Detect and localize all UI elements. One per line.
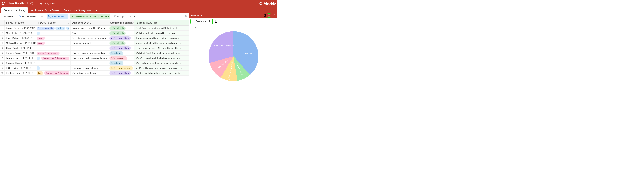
cell-other-security[interactable]: Have an existing home security syst… — [70, 51, 108, 55]
cell-survey-response[interactable]: Melissa Gonzalez–11-21-2016 — [5, 41, 37, 46]
table-row[interactable]: 9Edith Lindon–11-21-2016yEnterprise secu… — [0, 66, 189, 71]
app-header: User Feedback i Copy base Airtable — [0, 0, 278, 7]
views-button[interactable]: Views — [2, 14, 15, 19]
recommend-pill: 5. Very Likely — [109, 31, 126, 35]
col-favorite-features[interactable]: Favorite Features ⌄ — [37, 20, 70, 26]
cell-additional-notes[interactable]: Mobile app feels a little complex and un… — [134, 41, 189, 46]
extensions-title: Extensions — [191, 14, 202, 17]
col-other-security[interactable]: Other security tools? ⌄ — [70, 20, 108, 26]
cell-other-security[interactable]: Home security system — [70, 41, 108, 46]
tab-general-user-survey[interactable]: General User Survey — [2, 8, 28, 13]
table-row[interactable]: 10Reuben Ettore–11-21-2016dingConnection… — [0, 71, 189, 76]
table-row[interactable]: 5Clara Rotelli–11-21-20164. Somewhat lik… — [0, 46, 189, 51]
cell-other-security[interactable]: N/A — [70, 31, 108, 36]
cell-other-security[interactable]: Use a Ring video doorbell — [70, 71, 108, 75]
cell-recommend[interactable]: 2. Somewhat unlikely — [108, 66, 134, 70]
cell-recommend[interactable]: 3. Not sure — [108, 61, 134, 65]
cell-recommend[interactable]: 4. Somewhat likely — [108, 71, 134, 75]
tab-general-user-survey-copy[interactable]: General User Survey copy — [61, 8, 93, 13]
cell-favorite-features[interactable]: y — [37, 31, 70, 36]
cell-favorite-features[interactable] — [37, 61, 70, 65]
cell-survey-response[interactable]: Katrina Peterson–11-21-2016 — [5, 26, 37, 31]
base-title[interactable]: User Feedback — [8, 2, 29, 5]
cell-additional-notes[interactable]: Wanted this to be able to connect with m… — [134, 71, 189, 75]
cell-other-security[interactable] — [70, 46, 108, 51]
cell-survey-response[interactable]: Marc Jenkins–11-21-2016 — [5, 31, 37, 36]
filter-button[interactable]: Filtered by Additional Notes Here — [70, 14, 110, 19]
expand-extensions-button[interactable] — [267, 13, 271, 18]
cell-survey-response[interactable]: Edith Lindon–11-21-2016 — [5, 66, 37, 70]
table-row[interactable]: 3Emily Rintaro–11-21-2016e AppSecurity g… — [0, 36, 189, 41]
cell-survey-response[interactable]: Emily Rintaro–11-21-2016 — [5, 36, 37, 41]
tab-net-promoter[interactable]: Net Promoter Score Survey — [28, 8, 61, 13]
cell-favorite-features[interactable] — [37, 46, 70, 51]
cell-recommend[interactable]: 5. Very Likely — [108, 31, 134, 36]
sort-button[interactable]: Sort — [127, 14, 138, 19]
group-button[interactable]: Group — [112, 14, 125, 19]
search-button[interactable] — [185, 15, 187, 18]
cell-survey-response[interactable]: Lorraine Ljuba–11-21-2016 — [5, 56, 37, 60]
hidden-fields-button[interactable]: 4 hidden fields — [47, 14, 68, 19]
close-extensions-button[interactable]: ✕ — [272, 14, 276, 18]
cell-recommend[interactable]: 1. Very unlikely — [108, 56, 134, 60]
cell-other-security[interactable]: Security guard for our entire apartm… — [70, 36, 108, 41]
table-row[interactable]: 8Stephan Oswald–11-21-20163. Not sureWas… — [0, 61, 189, 66]
select-all-checkbox[interactable] — [0, 20, 5, 26]
cell-additional-notes[interactable]: Wish that PorchCam could connect with ou… — [134, 51, 189, 55]
cell-additional-notes[interactable]: My PorchCam seemed to have some issues … — [134, 66, 189, 70]
cell-other-security[interactable]: I currently also use a Nest Cam for i… — [70, 26, 108, 31]
cell-other-security[interactable]: Have a few LogiCircle security came… — [70, 56, 108, 60]
cell-additional-notes[interactable]: Was really surprised by the facial recog… — [134, 61, 189, 65]
row-height-button[interactable] — [140, 14, 145, 19]
cell-favorite-features[interactable]: dingConnections & Integrations — [37, 71, 70, 75]
col-survey-response[interactable]: Survey Response ⌄ — [5, 20, 37, 26]
table-row[interactable]: 6Bernard Casper–11-21-2016ections & Inte… — [0, 51, 189, 56]
table-row[interactable]: 7Lorraine Ljuba–11-21-2016yConnections &… — [0, 56, 189, 61]
chart-block[interactable]: 3. Neutral5. Very satisfied2. Somewhat d… — [191, 30, 276, 82]
dashboard-selector[interactable]: ⌄ Dashboard 1 — [190, 19, 213, 24]
col-additional-notes[interactable]: Additional Notes Here ⌄ — [134, 20, 189, 26]
cell-other-security[interactable] — [70, 61, 108, 65]
table-row[interactable]: 1Katrina Peterson–11-21-2016Programmabil… — [0, 26, 189, 31]
cell-survey-response[interactable]: Bernard Casper–11-21-2016 — [5, 51, 37, 55]
cell-recommend[interactable]: 4. Somewhat likely — [108, 46, 134, 51]
info-icon[interactable]: i — [30, 2, 33, 5]
cell-survey-response[interactable]: Stephan Oswald–11-21-2016 — [5, 61, 37, 65]
cell-additional-notes[interactable]: Wasn't a huge fan of the battery life an… — [134, 56, 189, 60]
copy-base-button[interactable]: Copy base — [39, 2, 56, 6]
cell-survey-response[interactable]: Reuben Ettore–11-21-2016 — [5, 71, 37, 75]
feature-tag: y — [37, 67, 40, 70]
brand-logo[interactable]: Airtable — [259, 2, 276, 6]
cell-additional-notes[interactable]: Live video is awesome! It's great to be … — [134, 46, 189, 51]
cell-additional-notes[interactable]: PorchCam is a great product! I think tha… — [134, 26, 189, 31]
cell-favorite-features[interactable]: y — [37, 66, 70, 70]
add-table-button[interactable] — [94, 8, 99, 13]
cell-favorite-features[interactable]: ections & Integrations — [37, 51, 70, 55]
view-switcher[interactable]: All Responses — [17, 14, 45, 19]
cell-recommend[interactable]: 3. Not sure — [108, 51, 134, 55]
feature-tag: y — [37, 32, 40, 35]
row-index: 4 — [0, 41, 5, 46]
cell-recommend[interactable]: 4. Somewhat likely — [108, 36, 134, 41]
tab-label: General User Survey copy — [64, 9, 91, 12]
chart-block-header[interactable]: Chart ⌄ — [191, 26, 276, 30]
cell-favorite-features[interactable]: e App — [37, 41, 70, 46]
recommend-pill: 5. Very Likely — [109, 41, 126, 45]
cell-other-security[interactable]: Enterprise security offering — [70, 66, 108, 70]
row-index: 9 — [0, 66, 5, 70]
close-icon: ✕ — [273, 14, 275, 17]
cell-survey-response[interactable]: Clara Rotelli–11-21-2016 — [5, 46, 37, 51]
table-row[interactable]: 2Marc Jenkins–11-21-2016yN/A5. Very Like… — [0, 31, 189, 36]
cell-favorite-features[interactable]: e App — [37, 36, 70, 41]
cell-favorite-features[interactable]: ProgrammabilityBatteryMobile app — [37, 26, 70, 31]
recommend-pill: 2. Somewhat unlikely — [109, 66, 133, 70]
recommend-pill: 5. Very Likely — [109, 26, 126, 30]
cell-recommend[interactable]: 5. Very Likely — [108, 41, 134, 46]
col-recommend[interactable]: Recommend to another? ⌄ — [108, 20, 134, 26]
cell-recommend[interactable]: 5. Very Likely — [108, 26, 134, 31]
view-name: All Responses — [22, 15, 36, 18]
cell-additional-notes[interactable]: Wish the battery life was a little big l… — [134, 31, 189, 36]
cell-favorite-features[interactable]: yConnections & Integrations — [37, 56, 70, 60]
cell-additional-notes[interactable]: The programmability and options availabl… — [134, 36, 189, 41]
table-row[interactable]: 4Melissa Gonzalez–11-21-2016e AppHome se… — [0, 41, 189, 46]
